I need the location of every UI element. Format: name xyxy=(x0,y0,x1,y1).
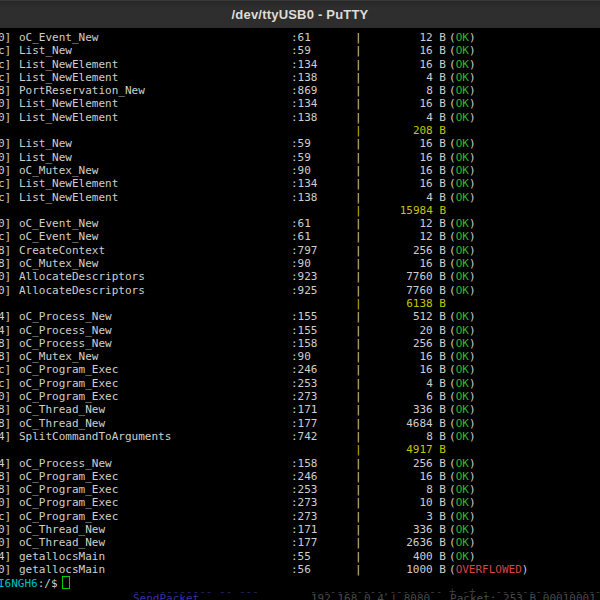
alloc-row: 8]oC_Mutex_New:90|16 B(OK) xyxy=(0,350,600,363)
alloc-address-tail: 8] xyxy=(0,84,11,97)
alloc-address-tail: c] xyxy=(0,71,11,84)
status-word: OK xyxy=(456,457,469,470)
alloc-line-number: :273 xyxy=(291,496,318,509)
alloc-address-tail: 0] xyxy=(0,523,11,536)
status-word: OK xyxy=(456,496,469,509)
alloc-row: 0]List_NewElement:138|4 B(OK) xyxy=(0,111,600,124)
status-paren: ( xyxy=(449,457,456,470)
alloc-row: 0]oC_Event_New:61|12 B(OK) xyxy=(0,217,600,230)
alloc-size: 16 B xyxy=(368,164,446,177)
status-paren: ( xyxy=(449,58,456,71)
alloc-line-number: :61 xyxy=(291,230,311,243)
alloc-line-number: :61 xyxy=(291,217,311,230)
alloc-row: c]oC_Program_Exec:253|4 B(OK) xyxy=(0,377,600,390)
column-separator: | xyxy=(355,510,362,523)
alloc-function-name: oC_Program_Exec xyxy=(19,470,118,483)
alloc-function-name: CreateContext xyxy=(19,244,105,257)
alloc-status: (OK) xyxy=(449,363,476,376)
alloc-function-name: getallocsMain xyxy=(19,550,105,563)
status-paren: ) xyxy=(469,523,476,536)
alloc-row: 8]oC_Program_Exec:246|16 B(OK) xyxy=(0,470,600,483)
alloc-status: (OK) xyxy=(449,523,476,536)
alloc-line-number: :923 xyxy=(291,270,318,283)
alloc-row: 0]List_New:59|16 B(OK) xyxy=(0,151,600,164)
status-word: OK xyxy=(456,483,469,496)
alloc-address-tail: c] xyxy=(0,510,11,523)
status-paren: ( xyxy=(449,137,456,150)
window-titlebar[interactable]: /dev/ttyUSB0 - PuTTY xyxy=(0,0,600,28)
alloc-line-number: :171 xyxy=(291,403,318,416)
alloc-address-tail: 0] xyxy=(0,97,11,110)
status-paren: ) xyxy=(469,177,476,190)
status-word: OK xyxy=(456,164,469,177)
alloc-status: (OK) xyxy=(449,483,476,496)
alloc-function-name: oC_Program_Exec xyxy=(19,510,118,523)
alloc-status: (OK) xyxy=(449,97,476,110)
alloc-address-tail: 8] xyxy=(0,257,11,270)
prompt-path-suffix: :/$ xyxy=(38,577,58,590)
status-paren: ) xyxy=(469,71,476,84)
alloc-row: c]List_NewElement:134|16 B(OK) xyxy=(0,58,600,71)
alloc-address-tail: 0] xyxy=(0,217,11,230)
alloc-address-tail: 0] xyxy=(0,151,11,164)
status-word: OK xyxy=(456,550,469,563)
status-paren: ) xyxy=(469,31,476,44)
alloc-status: (OK) xyxy=(449,257,476,270)
alloc-status: (OK) xyxy=(449,217,476,230)
alloc-address-tail: 0] xyxy=(0,31,11,44)
alloc-status: (OK) xyxy=(449,430,476,443)
alloc-address-tail: c] xyxy=(0,44,11,57)
status-paren: ) xyxy=(469,244,476,257)
status-word: OK xyxy=(456,58,469,71)
alloc-address-tail: 0] xyxy=(0,284,11,297)
column-separator: | xyxy=(355,443,362,456)
alloc-row: 0]AllocateDescriptors:925|7760 B(OK) xyxy=(0,284,600,297)
alloc-line-number: :90 xyxy=(291,257,311,270)
alloc-address-tail: 0] xyxy=(0,270,11,283)
status-word: OK xyxy=(456,84,469,97)
alloc-status: (OK) xyxy=(449,58,476,71)
column-separator: | xyxy=(355,44,362,57)
alloc-address-tail: 4] xyxy=(0,324,11,337)
group-total-row: |15984 B xyxy=(0,204,600,217)
alloc-line-number: :177 xyxy=(291,417,318,430)
alloc-function-name: oC_Thread_New xyxy=(19,403,105,416)
alloc-size: 4 B xyxy=(368,191,446,204)
status-paren: ) xyxy=(469,44,476,57)
alloc-size: 256 B xyxy=(368,337,446,350)
alloc-row: 0]AllocateDescriptors:923|7760 B(OK) xyxy=(0,270,600,283)
status-word: OK xyxy=(456,337,469,350)
status-paren: ( xyxy=(449,510,456,523)
group-total-bytes: 4917 B xyxy=(368,443,446,456)
status-paren: ) xyxy=(469,457,476,470)
status-word: OK xyxy=(456,244,469,257)
alloc-function-name: oC_Process_New xyxy=(19,324,112,337)
alloc-size: 8 B xyxy=(368,84,446,97)
alloc-row: 4]SplitCommandToArguments:742|8 B(OK) xyxy=(0,430,600,443)
status-paren: ( xyxy=(449,31,456,44)
alloc-function-name: oC_Process_New xyxy=(19,337,112,350)
terminal-output[interactable]: 0]oC_Event_New:61|12 B(OK)c]List_New:59|… xyxy=(0,28,600,600)
status-word: OK xyxy=(456,31,469,44)
alloc-function-name: List_NewElement xyxy=(19,97,118,110)
alloc-status: (OK) xyxy=(449,310,476,323)
status-paren: ) xyxy=(469,164,476,177)
column-separator: | xyxy=(355,483,362,496)
column-separator: | xyxy=(355,31,362,44)
alloc-status: (OK) xyxy=(449,377,476,390)
alloc-size: 336 B xyxy=(368,403,446,416)
alloc-line-number: :90 xyxy=(291,350,311,363)
alloc-function-name: oC_Thread_New xyxy=(19,536,105,549)
status-paren: ( xyxy=(449,550,456,563)
alloc-row: 8]oC_Program_Exec:253|8 B(OK) xyxy=(0,483,600,496)
status-paren: ( xyxy=(449,417,456,430)
alloc-function-name: List_NewElement xyxy=(19,191,118,204)
column-separator: | xyxy=(355,151,362,164)
status-paren: ) xyxy=(469,483,476,496)
status-paren: ) xyxy=(469,390,476,403)
status-paren: ( xyxy=(449,177,456,190)
status-word: OK xyxy=(456,523,469,536)
status-paren: ( xyxy=(449,470,456,483)
clipped-text-fragment: SendPacket xyxy=(133,592,199,600)
alloc-function-name: oC_Mutex_New xyxy=(19,350,98,363)
